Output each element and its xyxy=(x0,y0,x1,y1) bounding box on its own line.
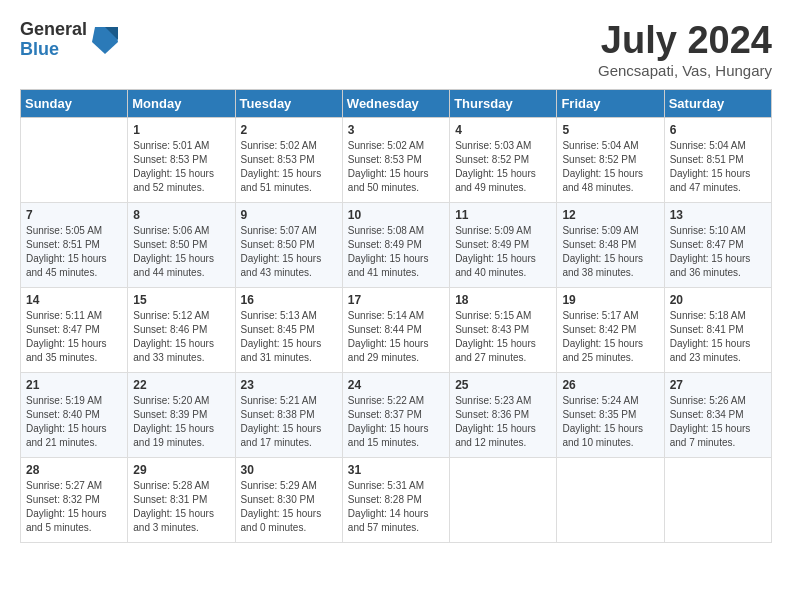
cell-info: Sunrise: 5:27 AMSunset: 8:32 PMDaylight:… xyxy=(26,479,122,535)
day-number: 31 xyxy=(348,463,444,477)
cell-info: Sunrise: 5:11 AMSunset: 8:47 PMDaylight:… xyxy=(26,309,122,365)
calendar-cell: 20Sunrise: 5:18 AMSunset: 8:41 PMDayligh… xyxy=(664,287,771,372)
calendar-cell: 2Sunrise: 5:02 AMSunset: 8:53 PMDaylight… xyxy=(235,117,342,202)
calendar-cell: 18Sunrise: 5:15 AMSunset: 8:43 PMDayligh… xyxy=(450,287,557,372)
day-number: 9 xyxy=(241,208,337,222)
cell-info: Sunrise: 5:09 AMSunset: 8:49 PMDaylight:… xyxy=(455,224,551,280)
cell-info: Sunrise: 5:01 AMSunset: 8:53 PMDaylight:… xyxy=(133,139,229,195)
calendar-cell xyxy=(557,457,664,542)
day-number: 21 xyxy=(26,378,122,392)
logo-blue: Blue xyxy=(20,40,87,60)
day-number: 23 xyxy=(241,378,337,392)
cell-info: Sunrise: 5:13 AMSunset: 8:45 PMDaylight:… xyxy=(241,309,337,365)
calendar-cell: 3Sunrise: 5:02 AMSunset: 8:53 PMDaylight… xyxy=(342,117,449,202)
cell-info: Sunrise: 5:04 AMSunset: 8:51 PMDaylight:… xyxy=(670,139,766,195)
calendar-cell xyxy=(21,117,128,202)
day-number: 15 xyxy=(133,293,229,307)
header-day: Sunday xyxy=(21,89,128,117)
cell-info: Sunrise: 5:21 AMSunset: 8:38 PMDaylight:… xyxy=(241,394,337,450)
day-number: 10 xyxy=(348,208,444,222)
calendar-cell: 10Sunrise: 5:08 AMSunset: 8:49 PMDayligh… xyxy=(342,202,449,287)
calendar-cell: 17Sunrise: 5:14 AMSunset: 8:44 PMDayligh… xyxy=(342,287,449,372)
logo-general: General xyxy=(20,20,87,40)
calendar-cell: 1Sunrise: 5:01 AMSunset: 8:53 PMDaylight… xyxy=(128,117,235,202)
day-number: 8 xyxy=(133,208,229,222)
cell-info: Sunrise: 5:29 AMSunset: 8:30 PMDaylight:… xyxy=(241,479,337,535)
calendar-cell: 22Sunrise: 5:20 AMSunset: 8:39 PMDayligh… xyxy=(128,372,235,457)
header-day: Friday xyxy=(557,89,664,117)
day-number: 2 xyxy=(241,123,337,137)
cell-info: Sunrise: 5:02 AMSunset: 8:53 PMDaylight:… xyxy=(348,139,444,195)
cell-info: Sunrise: 5:04 AMSunset: 8:52 PMDaylight:… xyxy=(562,139,658,195)
cell-info: Sunrise: 5:23 AMSunset: 8:36 PMDaylight:… xyxy=(455,394,551,450)
cell-info: Sunrise: 5:02 AMSunset: 8:53 PMDaylight:… xyxy=(241,139,337,195)
cell-info: Sunrise: 5:31 AMSunset: 8:28 PMDaylight:… xyxy=(348,479,444,535)
day-number: 12 xyxy=(562,208,658,222)
calendar-cell: 14Sunrise: 5:11 AMSunset: 8:47 PMDayligh… xyxy=(21,287,128,372)
cell-info: Sunrise: 5:12 AMSunset: 8:46 PMDaylight:… xyxy=(133,309,229,365)
day-number: 25 xyxy=(455,378,551,392)
header-day: Saturday xyxy=(664,89,771,117)
day-number: 27 xyxy=(670,378,766,392)
day-number: 4 xyxy=(455,123,551,137)
cell-info: Sunrise: 5:15 AMSunset: 8:43 PMDaylight:… xyxy=(455,309,551,365)
cell-info: Sunrise: 5:14 AMSunset: 8:44 PMDaylight:… xyxy=(348,309,444,365)
cell-info: Sunrise: 5:28 AMSunset: 8:31 PMDaylight:… xyxy=(133,479,229,535)
day-number: 20 xyxy=(670,293,766,307)
cell-info: Sunrise: 5:05 AMSunset: 8:51 PMDaylight:… xyxy=(26,224,122,280)
cell-info: Sunrise: 5:19 AMSunset: 8:40 PMDaylight:… xyxy=(26,394,122,450)
day-number: 1 xyxy=(133,123,229,137)
calendar-cell: 21Sunrise: 5:19 AMSunset: 8:40 PMDayligh… xyxy=(21,372,128,457)
day-number: 11 xyxy=(455,208,551,222)
cell-info: Sunrise: 5:06 AMSunset: 8:50 PMDaylight:… xyxy=(133,224,229,280)
page-header: General Blue July 2024 Gencsapati, Vas, … xyxy=(20,20,772,79)
cell-info: Sunrise: 5:24 AMSunset: 8:35 PMDaylight:… xyxy=(562,394,658,450)
month-title: July 2024 xyxy=(598,20,772,62)
day-number: 22 xyxy=(133,378,229,392)
calendar-cell: 16Sunrise: 5:13 AMSunset: 8:45 PMDayligh… xyxy=(235,287,342,372)
calendar-cell: 31Sunrise: 5:31 AMSunset: 8:28 PMDayligh… xyxy=(342,457,449,542)
day-number: 17 xyxy=(348,293,444,307)
calendar-cell: 9Sunrise: 5:07 AMSunset: 8:50 PMDaylight… xyxy=(235,202,342,287)
calendar-cell: 24Sunrise: 5:22 AMSunset: 8:37 PMDayligh… xyxy=(342,372,449,457)
calendar-week: 7Sunrise: 5:05 AMSunset: 8:51 PMDaylight… xyxy=(21,202,772,287)
day-number: 16 xyxy=(241,293,337,307)
header-day: Monday xyxy=(128,89,235,117)
calendar-week: 1Sunrise: 5:01 AMSunset: 8:53 PMDaylight… xyxy=(21,117,772,202)
location: Gencsapati, Vas, Hungary xyxy=(598,62,772,79)
cell-info: Sunrise: 5:03 AMSunset: 8:52 PMDaylight:… xyxy=(455,139,551,195)
calendar-cell: 6Sunrise: 5:04 AMSunset: 8:51 PMDaylight… xyxy=(664,117,771,202)
calendar-cell: 12Sunrise: 5:09 AMSunset: 8:48 PMDayligh… xyxy=(557,202,664,287)
logo: General Blue xyxy=(20,20,120,60)
cell-info: Sunrise: 5:07 AMSunset: 8:50 PMDaylight:… xyxy=(241,224,337,280)
calendar-week: 21Sunrise: 5:19 AMSunset: 8:40 PMDayligh… xyxy=(21,372,772,457)
title-section: July 2024 Gencsapati, Vas, Hungary xyxy=(598,20,772,79)
day-number: 29 xyxy=(133,463,229,477)
day-number: 14 xyxy=(26,293,122,307)
calendar-cell: 19Sunrise: 5:17 AMSunset: 8:42 PMDayligh… xyxy=(557,287,664,372)
day-number: 6 xyxy=(670,123,766,137)
day-number: 7 xyxy=(26,208,122,222)
cell-info: Sunrise: 5:22 AMSunset: 8:37 PMDaylight:… xyxy=(348,394,444,450)
header-day: Thursday xyxy=(450,89,557,117)
day-number: 5 xyxy=(562,123,658,137)
cell-info: Sunrise: 5:18 AMSunset: 8:41 PMDaylight:… xyxy=(670,309,766,365)
calendar-cell: 7Sunrise: 5:05 AMSunset: 8:51 PMDaylight… xyxy=(21,202,128,287)
day-number: 3 xyxy=(348,123,444,137)
calendar-week: 14Sunrise: 5:11 AMSunset: 8:47 PMDayligh… xyxy=(21,287,772,372)
calendar-cell: 13Sunrise: 5:10 AMSunset: 8:47 PMDayligh… xyxy=(664,202,771,287)
calendar-cell xyxy=(450,457,557,542)
calendar-cell: 23Sunrise: 5:21 AMSunset: 8:38 PMDayligh… xyxy=(235,372,342,457)
day-number: 26 xyxy=(562,378,658,392)
calendar-week: 28Sunrise: 5:27 AMSunset: 8:32 PMDayligh… xyxy=(21,457,772,542)
calendar-cell: 28Sunrise: 5:27 AMSunset: 8:32 PMDayligh… xyxy=(21,457,128,542)
cell-info: Sunrise: 5:08 AMSunset: 8:49 PMDaylight:… xyxy=(348,224,444,280)
header-day: Wednesday xyxy=(342,89,449,117)
header-day: Tuesday xyxy=(235,89,342,117)
day-number: 28 xyxy=(26,463,122,477)
calendar-cell: 15Sunrise: 5:12 AMSunset: 8:46 PMDayligh… xyxy=(128,287,235,372)
calendar-cell: 29Sunrise: 5:28 AMSunset: 8:31 PMDayligh… xyxy=(128,457,235,542)
calendar-cell xyxy=(664,457,771,542)
day-number: 30 xyxy=(241,463,337,477)
cell-info: Sunrise: 5:09 AMSunset: 8:48 PMDaylight:… xyxy=(562,224,658,280)
